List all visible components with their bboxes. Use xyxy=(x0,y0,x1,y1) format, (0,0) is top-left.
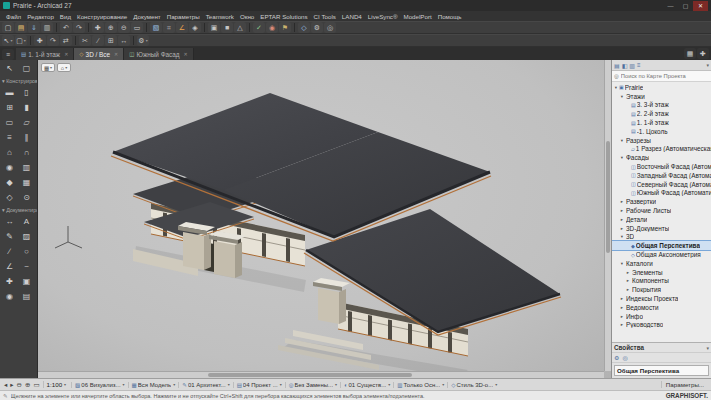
tree-item[interactable]: ◇Общая Аксонометрия xyxy=(612,250,711,259)
model-viewport[interactable] xyxy=(38,60,611,378)
collapse-panel-icon[interactable]: ▾ xyxy=(706,62,709,68)
marquee-tool[interactable]: ▢ xyxy=(18,61,35,76)
vertical-scrollbar[interactable] xyxy=(604,60,611,371)
quick-option[interactable]: ✎01 Архитект...▾ xyxy=(178,382,232,388)
tree-item[interactable]: ▸Индексы Проекта xyxy=(612,294,711,303)
zone-tool[interactable]: ◇ xyxy=(1,190,18,205)
tree-item[interactable]: ▸Покрытия xyxy=(612,285,711,294)
scale-dropdown[interactable]: 1:100 ▾ xyxy=(43,381,70,388)
arrow-select-icon[interactable]: ↖▾ xyxy=(2,35,14,46)
column-tool[interactable]: ▮ xyxy=(18,100,35,115)
skylight-tool[interactable]: ◉ xyxy=(1,160,18,175)
tree-item[interactable]: ▾Фасады xyxy=(612,153,711,162)
tree-expander-icon[interactable]: ▾ xyxy=(619,94,625,99)
move-icon[interactable]: ✚ xyxy=(34,35,46,46)
tree-expander-icon[interactable]: ▸ xyxy=(625,270,631,275)
layers-icon[interactable]: ▧ xyxy=(150,22,162,33)
menu-item[interactable]: Документ xyxy=(130,13,163,20)
toolbox-section-header[interactable]: ▾ Конструирование xyxy=(0,76,37,85)
drawing-tool[interactable]: ▤ xyxy=(18,289,35,304)
tree-item[interactable]: ▤-1. Цоколь xyxy=(612,127,711,136)
chevron-down-icon[interactable]: ▾ xyxy=(706,345,709,351)
arrow-tool[interactable]: ↖ xyxy=(1,61,18,76)
tree-item[interactable]: ◫Южный Фасад (Автоматическая... xyxy=(612,189,711,198)
curtain-wall-tool[interactable]: ▥ xyxy=(18,160,35,175)
lock-icon[interactable]: ■ xyxy=(221,22,233,33)
marquee-select-icon[interactable]: ▢▾ xyxy=(15,35,27,46)
undo-icon[interactable]: ↶ xyxy=(60,22,72,33)
mesh-tool[interactable]: ▦ xyxy=(18,175,35,190)
forward-icon[interactable]: ▸ xyxy=(9,381,14,389)
spline-tool[interactable]: ~ xyxy=(18,259,35,274)
quick-option[interactable]: ◇Стиль 3D-о...▾ xyxy=(447,382,500,388)
back-icon[interactable]: ◂ xyxy=(3,381,8,389)
tree-expander-icon[interactable]: ▸ xyxy=(619,199,625,204)
toolbox-section-header[interactable]: ▾ Документирование xyxy=(0,205,37,214)
quick-option[interactable]: ◐01 Существ...▾ xyxy=(340,382,393,388)
publisher-icon[interactable]: ≡ xyxy=(637,62,641,69)
close-tab-icon[interactable]: ✕ xyxy=(64,51,68,57)
rotate-icon[interactable]: ↷ xyxy=(47,35,59,46)
tree-expander-icon[interactable]: ▾ xyxy=(619,138,625,143)
trim-icon[interactable]: ✂ xyxy=(79,35,91,46)
quick-options-button[interactable]: ▦▾ xyxy=(41,63,55,72)
drawing-canvas[interactable]: ▦▾⌂▾ xyxy=(38,60,611,378)
slab-tool[interactable]: ▱ xyxy=(18,115,35,130)
save-icon[interactable]: ⇓ xyxy=(28,22,40,33)
parameters-button[interactable]: Параметры... xyxy=(661,381,708,388)
props-settings-icon[interactable]: ⚙ xyxy=(614,354,619,361)
view-tab[interactable]: ◇3D / Все✕ xyxy=(74,48,124,60)
menu-item[interactable]: LAND4 xyxy=(339,13,365,20)
camera-tool[interactable]: ◉ xyxy=(1,289,18,304)
tree-item[interactable]: ▤1. 1-й этаж xyxy=(612,118,711,127)
tree-item[interactable]: ▾▣Prairie xyxy=(612,83,711,92)
tree-expander-icon[interactable]: ▾ xyxy=(619,261,625,266)
settings-icon[interactable]: ⚙ xyxy=(311,22,323,33)
tree-item[interactable]: ▸Детали xyxy=(612,215,711,224)
tree-expander-icon[interactable]: ▸ xyxy=(619,322,625,327)
zoom-in-icon[interactable]: ⊕ xyxy=(105,22,117,33)
zoom-in-icon[interactable]: ⊕ xyxy=(24,381,31,389)
horizontal-scrollbar[interactable] xyxy=(38,371,604,378)
tree-expander-icon[interactable]: ▸ xyxy=(625,287,631,292)
quick-option[interactable]: ▥Только Осн...▾ xyxy=(393,382,447,388)
render-icon[interactable]: ◉ xyxy=(266,22,278,33)
menu-item[interactable]: Редактор xyxy=(24,13,57,20)
label-tool[interactable]: ✎ xyxy=(1,229,18,244)
close-button[interactable]: ✕ xyxy=(693,1,708,11)
tree-expander-icon[interactable]: ▸ xyxy=(619,305,625,310)
figure-tool[interactable]: ▣ xyxy=(18,274,35,289)
fill-tool[interactable]: ▨ xyxy=(18,229,35,244)
minimize-button[interactable]: — xyxy=(663,1,678,11)
bring-forward-icon[interactable]: △ xyxy=(234,22,246,33)
menu-item[interactable]: Окно xyxy=(237,13,257,20)
wall-tool[interactable]: ▬ xyxy=(1,85,18,100)
groups-icon[interactable]: ▣ xyxy=(208,22,220,33)
object-tool[interactable]: ⊙ xyxy=(18,190,35,205)
tree-item[interactable]: ▸Руководство xyxy=(612,321,711,330)
tree-item[interactable]: ▸Элементы xyxy=(612,268,711,277)
railing-tool[interactable]: ∥ xyxy=(18,130,35,145)
tree-item[interactable]: ▸3D-Документы xyxy=(612,224,711,233)
menu-item[interactable]: Параметры xyxy=(164,13,203,20)
tree-expander-icon[interactable]: ▸ xyxy=(619,226,625,231)
tree-expander-icon[interactable]: ▸ xyxy=(619,296,625,301)
view-map-icon[interactable]: ◧ xyxy=(622,62,628,69)
horizontal-scrollbar-thumb[interactable] xyxy=(208,373,412,377)
close-tab-icon[interactable]: ✕ xyxy=(114,51,118,57)
search-input[interactable] xyxy=(621,73,703,79)
project-map-icon[interactable]: ▤ xyxy=(614,62,620,69)
tree-item[interactable]: ▱1 Разрез (Автоматическая Перестр... xyxy=(612,145,711,154)
menu-item[interactable]: LiveSync® xyxy=(365,13,401,20)
tree-item[interactable]: ◫Северный Фасад (Автоматичес... xyxy=(612,180,711,189)
print-icon[interactable]: ▥ xyxy=(41,22,53,33)
home-story-button[interactable]: ⌂▾ xyxy=(57,63,71,72)
view-tab[interactable]: ▤1. 1-й этаж✕ xyxy=(16,48,74,60)
tree-expander-icon[interactable]: ▸ xyxy=(619,208,625,213)
stone-pier-right[interactable] xyxy=(313,278,350,324)
morph-tool[interactable]: ◆ xyxy=(1,175,18,190)
element-settings-icon[interactable]: ⚙▾ xyxy=(137,35,149,46)
tree-expander-icon[interactable]: ▾ xyxy=(619,234,625,239)
menu-item[interactable]: Файл xyxy=(3,13,24,20)
zoom-out-icon[interactable]: ⊖ xyxy=(16,381,23,389)
